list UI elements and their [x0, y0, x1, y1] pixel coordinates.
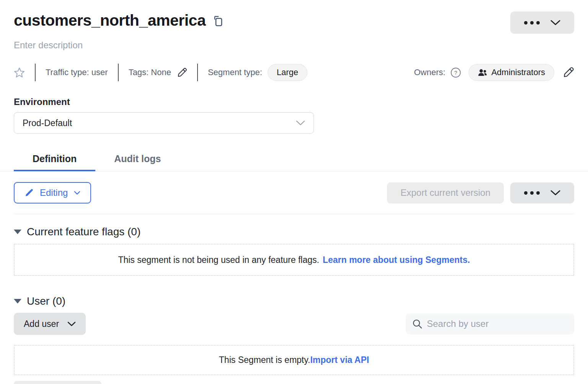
chevron-down-icon: [74, 191, 80, 195]
collapse-triangle-icon: [14, 230, 21, 234]
tab-bar: Definition Audit logs: [0, 148, 588, 171]
search-icon: [412, 319, 422, 329]
user-section-title: User (0): [27, 295, 65, 307]
editing-status-button[interactable]: Editing: [14, 182, 91, 203]
title-row: customers_north_america: [14, 11, 574, 34]
header-more-options-button[interactable]: [510, 11, 574, 34]
star-favorite-icon[interactable]: [14, 67, 25, 78]
user-section-header[interactable]: User (0): [14, 295, 574, 307]
definition-toolbar: Editing Export current version: [14, 182, 574, 203]
learn-more-segments-link[interactable]: Learn more about using Segments.: [323, 255, 470, 265]
partial-cutoff-button: [14, 381, 101, 384]
tab-audit-logs[interactable]: Audit logs: [95, 148, 180, 171]
divider: [14, 214, 574, 214]
segment-detail-page: customers_north_america Enter descriptio…: [0, 11, 588, 375]
help-icon[interactable]: ?: [451, 67, 461, 78]
more-options-icon: [524, 191, 540, 195]
feature-flags-section-title: Current feature flags (0): [27, 226, 140, 238]
copy-icon[interactable]: [212, 16, 223, 27]
user-search-box: [406, 313, 574, 335]
user-empty-state: This Segment is empty. Import via API: [14, 345, 574, 375]
environment-label: Environment: [14, 97, 574, 107]
import-via-api-link[interactable]: Import via API: [310, 355, 369, 365]
edit-tags-pencil-icon[interactable]: [177, 67, 187, 78]
chevron-down-icon: [296, 120, 305, 126]
segment-type-badge: Large: [268, 64, 307, 81]
owners-group: Owners: ? Administrators: [414, 64, 574, 81]
feature-flags-empty-text: This segment is not being used in any fe…: [118, 255, 319, 265]
people-icon: [478, 69, 487, 76]
meta-row: Traffic type: user Tags: None Segment ty…: [14, 64, 574, 81]
chevron-down-icon: [550, 20, 560, 26]
feature-flags-empty-state: This segment is not being used in any fe…: [14, 244, 574, 276]
more-options-icon: [524, 21, 540, 25]
export-current-version-button[interactable]: Export current version: [387, 182, 504, 203]
traffic-type-label: Traffic type: user: [46, 67, 108, 77]
toolbar-right-group: Export current version: [387, 182, 574, 203]
owners-label: Owners:: [414, 67, 445, 77]
toolbar-more-options-button[interactable]: [510, 182, 574, 203]
divider: [35, 64, 36, 81]
editing-label: Editing: [40, 187, 68, 198]
divider: [197, 64, 198, 81]
description-placeholder[interactable]: Enter description: [14, 40, 574, 51]
environment-selected-value: Prod-Default: [23, 118, 72, 128]
collapse-triangle-icon: [14, 299, 21, 304]
chevron-down-icon: [67, 322, 76, 327]
owners-value: Administrators: [491, 67, 545, 77]
divider: [118, 64, 119, 81]
page-title: customers_north_america: [14, 11, 206, 30]
segment-empty-text: This Segment is empty.: [219, 355, 310, 365]
user-controls-row: Add user: [14, 313, 574, 335]
svg-text:?: ?: [454, 70, 457, 76]
edit-owners-pencil-icon[interactable]: [563, 67, 574, 78]
segment-type-label: Segment type:: [208, 67, 262, 77]
pencil-icon: [24, 188, 34, 197]
tags-label: Tags: None: [129, 67, 171, 77]
search-by-user-input[interactable]: [427, 318, 568, 329]
chevron-down-icon: [550, 190, 560, 196]
feature-flags-section-header[interactable]: Current feature flags (0): [14, 226, 574, 238]
environment-select[interactable]: Prod-Default: [14, 112, 314, 134]
title-group: customers_north_america: [14, 11, 223, 30]
tab-definition[interactable]: Definition: [14, 148, 95, 171]
add-user-button[interactable]: Add user: [14, 313, 86, 335]
owners-badge[interactable]: Administrators: [469, 64, 554, 81]
add-user-label: Add user: [24, 319, 59, 329]
